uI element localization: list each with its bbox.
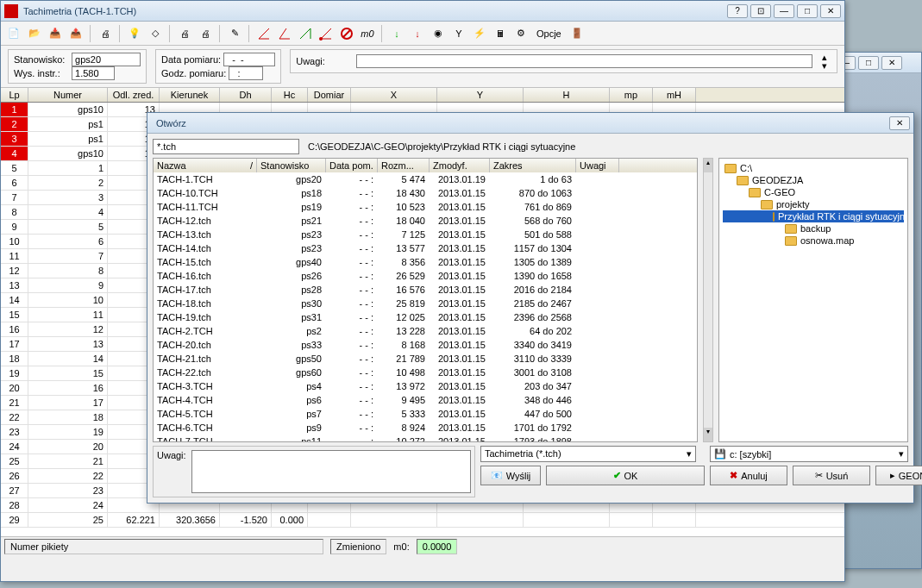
tree-item[interactable]: projekty (723, 198, 904, 210)
dialog-titlebar[interactable]: Otwórz ✕ (147, 113, 913, 134)
file-row[interactable]: TACH-10.TCHps18- - :18 4302013.01.15870 … (154, 186, 697, 200)
table-row[interactable]: 292562.221320.3656-1.5200.000 (1, 513, 844, 528)
bulb-icon[interactable]: 💡 (125, 24, 144, 43)
col-header[interactable]: Odl. zred. (108, 88, 160, 102)
file-row[interactable]: TACH-1.TCHgps20- - :5 4742013.01.191 do … (154, 172, 697, 186)
file-row[interactable]: TACH-5.TCHps7- - :5 3332013.01.15447 do … (154, 407, 697, 421)
open-icon[interactable]: 📂 (25, 24, 44, 43)
file-row[interactable]: TACH-16.tchps26- - :26 5292013.01.151390… (154, 269, 697, 283)
tree-item[interactable]: Przykład RTK i ciągi sytuacyjne (723, 210, 904, 222)
tree-item[interactable]: C:\ (723, 162, 904, 174)
file-row[interactable]: TACH-15.tchgps40- - :8 3562013.01.151305… (154, 255, 697, 269)
file-col-header[interactable]: Data pom. (326, 159, 378, 172)
flash-icon[interactable]: ⚡ (470, 24, 489, 43)
angle3-icon[interactable] (296, 24, 315, 43)
godz-input[interactable] (229, 66, 263, 80)
file-row[interactable]: TACH-12.tchps21- - :18 0402013.01.15568 … (154, 214, 697, 228)
folder-tree[interactable]: C:\GEODEZJAC-GEOprojektyPrzykład RTK i c… (718, 158, 908, 442)
file-row[interactable]: TACH-18.tchps30- - :25 8192013.01.152185… (154, 297, 697, 310)
file-col-header[interactable]: Zmodyf. (430, 159, 490, 172)
col-header[interactable]: Dh (220, 88, 272, 102)
send-button[interactable]: 📧 Wyślij (480, 466, 541, 485)
close-button[interactable]: ✕ (820, 4, 841, 18)
tree-item[interactable]: osnowa.map (723, 235, 904, 247)
help-button[interactable]: ? (727, 4, 748, 18)
dialog-close-button[interactable]: ✕ (889, 116, 910, 130)
col-header[interactable]: H (524, 88, 610, 102)
main-titlebar[interactable]: Tachimetria (TACH-1.TCH) ? ⊡ — □ ✕ (1, 1, 844, 22)
file-row[interactable]: TACH-20.tchps33- - :8 1682013.01.153340 … (154, 338, 697, 352)
printer3-icon[interactable]: 🖨 (196, 24, 215, 43)
file-row[interactable]: TACH-7.TCHps11- - :10 2722013.01.151793 … (154, 435, 697, 442)
angle4-icon[interactable] (317, 24, 336, 43)
file-row[interactable]: TACH-11.TCHps19- - :10 5232013.01.15761 … (154, 200, 697, 214)
export-icon[interactable]: 📤 (66, 24, 85, 43)
col-header[interactable]: Kierunek (160, 88, 220, 102)
file-row[interactable]: TACH-3.TCHps4- - :13 9722013.01.15203 do… (154, 379, 697, 393)
new-icon[interactable]: 📄 (4, 24, 23, 43)
target-icon[interactable]: ◉ (429, 24, 448, 43)
bg-close[interactable]: ✕ (881, 56, 902, 70)
file-row[interactable]: TACH-14.tchps23- - :13 5772013.01.151157… (154, 241, 697, 255)
delete-button[interactable]: ✂ Usuń (793, 466, 870, 485)
file-row[interactable]: TACH-13.tchps23- - :7 1252013.01.15501 d… (154, 228, 697, 241)
file-list[interactable]: Nazwa /StanowiskoData pom.Rozm...Zmodyf.… (153, 158, 698, 442)
uwagi-down-icon[interactable]: ▾ (818, 61, 831, 70)
minimize-button[interactable]: — (774, 4, 794, 18)
file-col-header[interactable]: Rozm... (378, 159, 430, 172)
file-col-header[interactable]: Zakres (490, 159, 576, 172)
drive-combo[interactable]: 💾c: [szybki]▾ (710, 446, 908, 462)
print-icon[interactable]: 🖨 (96, 24, 115, 43)
bg-maximize[interactable]: □ (858, 56, 879, 70)
pin-button[interactable]: ⊡ (750, 4, 771, 18)
data-input[interactable] (223, 53, 275, 66)
file-row[interactable]: TACH-17.tchps28- - :16 5762013.01.152016… (154, 283, 697, 297)
pencil-icon[interactable]: ✎ (225, 24, 244, 43)
import-icon[interactable]: 📥 (46, 24, 65, 43)
angle2-icon[interactable] (275, 24, 294, 43)
m0-icon[interactable]: m0 (358, 24, 377, 43)
stanowisko-input[interactable] (72, 53, 141, 66)
exit-icon[interactable]: 🚪 (568, 24, 586, 43)
filetype-combo[interactable]: Tachimetria (*.tch)▾ (480, 446, 696, 462)
angle1-icon[interactable] (254, 24, 273, 43)
filter-input[interactable] (153, 139, 299, 154)
col-header[interactable]: Hc (272, 88, 308, 102)
opcje-button[interactable]: Opcje (532, 24, 566, 43)
settings-icon[interactable]: ⚙ (511, 24, 530, 43)
ok-button[interactable]: ✔ OK (546, 466, 705, 485)
calc-icon[interactable]: 🖩 (491, 24, 510, 43)
dialog-uwagi-input[interactable] (191, 450, 471, 493)
uwagi-input[interactable] (356, 54, 812, 68)
maximize-button[interactable]: □ (797, 4, 818, 18)
file-row[interactable]: TACH-2.TCHps2- - :13 2282013.01.1564 do … (154, 324, 697, 338)
tree-item[interactable]: GEODEZJA (723, 174, 904, 186)
sort-down-icon[interactable]: ↓ (387, 24, 406, 43)
file-col-header[interactable]: Stanowisko (257, 159, 326, 172)
file-row[interactable]: TACH-6.TCHps9- - :8 9242013.01.151701 do… (154, 421, 697, 435)
col-header[interactable]: mH (653, 88, 696, 102)
wys-input[interactable] (72, 66, 115, 80)
file-col-header[interactable]: Nazwa / (154, 159, 257, 172)
tree-item[interactable]: C-GEO (723, 186, 904, 198)
file-list-scrollbar[interactable]: ▴ ▾ (703, 158, 713, 442)
col-header[interactable]: X (351, 88, 437, 102)
printer2-icon[interactable]: 🖨 (175, 24, 194, 43)
geonet-button[interactable]: ▸ GEONET (875, 466, 922, 485)
fork-icon[interactable]: Y (449, 24, 468, 43)
no-entry-icon[interactable] (337, 24, 356, 43)
col-header[interactable]: Domiar (308, 88, 351, 102)
col-header[interactable]: Numer (28, 88, 108, 102)
sort-up-icon[interactable]: ↓ (408, 24, 427, 43)
file-row[interactable]: TACH-19.tchps31- - :12 0252013.01.152396… (154, 310, 697, 324)
file-row[interactable]: TACH-4.TCHps6- - :9 4952013.01.15348 do … (154, 393, 697, 407)
cancel-button[interactable]: ✖ Anuluj (710, 466, 787, 485)
tree-item[interactable]: backup (723, 222, 904, 235)
col-header[interactable]: Lp (1, 88, 28, 102)
col-header[interactable]: Y (437, 88, 524, 102)
file-row[interactable]: TACH-21.tchgps50- - :21 7892013.01.15311… (154, 352, 697, 366)
diamond-icon[interactable]: ◇ (146, 24, 165, 43)
file-col-header[interactable]: Uwagi (576, 159, 619, 172)
file-row[interactable]: TACH-22.tchgps60- - :10 4982013.01.15300… (154, 366, 697, 379)
col-header[interactable]: mp (610, 88, 653, 102)
